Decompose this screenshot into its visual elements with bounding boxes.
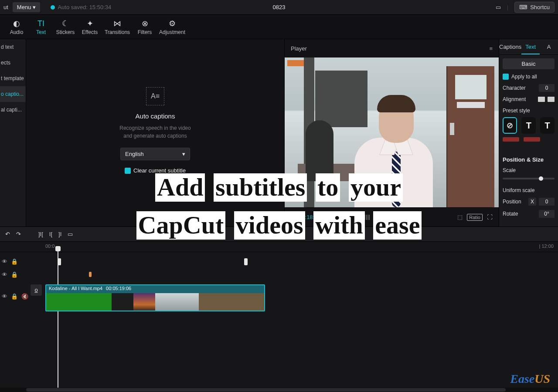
headline-word: with <box>313 211 365 240</box>
menu-button[interactable]: Menu ▾ <box>13 2 41 12</box>
undo-button[interactable]: ↶ <box>5 231 10 237</box>
position-size-header: Position & Size <box>503 156 555 163</box>
tab-filters-label: Filters <box>133 29 157 35</box>
project-title: 0823 <box>273 4 286 10</box>
apply-all-label: Apply to all <box>511 74 537 80</box>
video-clip[interactable]: Kodaline - All I Want.mp4 00:05:19:06 <box>45 284 265 311</box>
chevron-down-icon: ▾ <box>182 151 185 157</box>
watermark: EaseUS <box>510 372 550 386</box>
pos-x-label: X <box>528 198 536 206</box>
apply-all-checkbox[interactable] <box>503 74 509 80</box>
headline-word: videos <box>234 211 305 240</box>
watermark-ease: Ease <box>510 372 534 385</box>
watermark-us: US <box>534 372 550 385</box>
tab-adjustment[interactable]: ⚙Adjustment <box>157 19 187 35</box>
headline-overlay: Add subtitles to your CapCut videos with… <box>44 164 514 249</box>
sidebar-item-auto-captions[interactable]: o captio... <box>0 86 26 102</box>
language-select[interactable]: English ▾ <box>120 148 190 160</box>
panel-desc-line2: and generate auto captions <box>123 133 187 139</box>
tool-tabs: ◐Audio TIText ☾Stickers ✦Effects ⋈Transi… <box>0 15 558 39</box>
shortcut-button[interactable]: ⌨ Shortcu <box>514 2 555 13</box>
alignment-buttons[interactable] <box>538 97 555 102</box>
tab-stickers-label: Stickers <box>53 29 78 35</box>
horizontal-scrollbar[interactable] <box>0 388 558 392</box>
sidebar-item-effects[interactable]: ects <box>0 55 26 71</box>
autosave-status: Auto saved: 15:50:34 <box>51 4 111 10</box>
timeline: ↶ ↷ ]I[ I[ ]I ▭ 00:0 | 12:00 👁🔒 👁🔒 👁 <box>0 226 558 392</box>
tab-transitions-label: Transitions <box>102 29 133 35</box>
clip-marker[interactable] <box>58 258 61 265</box>
clip-thumbnails <box>46 293 264 311</box>
keyboard-icon: ⌨ <box>519 4 527 10</box>
shortcut-label: Shortcu <box>530 4 550 10</box>
pos-x-value[interactable]: 0 <box>539 198 555 206</box>
app-label-truncated: ut <box>3 4 8 10</box>
eye-icon[interactable]: 👁 <box>2 271 7 278</box>
filters-icon: ⊗ <box>133 19 157 28</box>
stickers-icon: ☾ <box>53 19 78 28</box>
preset-none[interactable]: ⊘ <box>503 117 517 134</box>
preset-style-1[interactable]: T <box>521 117 536 134</box>
split-button[interactable]: ]I[ <box>38 231 43 237</box>
inspector-tab-captions[interactable]: Captions <box>499 39 521 54</box>
auto-captions-icon: A≡ <box>146 87 164 105</box>
tab-audio-label: Audio <box>4 29 29 35</box>
clip-duration: 00:05:19:06 <box>106 286 131 293</box>
headline-word: Add <box>155 173 205 202</box>
inspector-tab-text[interactable]: Text <box>521 39 540 54</box>
tab-filters[interactable]: ⊗Filters <box>133 19 157 35</box>
audio-icon: ◐ <box>4 19 29 28</box>
character-value[interactable]: 0 <box>539 84 555 92</box>
tab-effects-label: Effects <box>78 29 102 35</box>
clip-marker[interactable] <box>89 272 92 277</box>
player-title: Player <box>291 45 307 52</box>
text-track-1[interactable]: 👁🔒 <box>0 255 558 268</box>
redo-button[interactable]: ↷ <box>16 231 21 237</box>
layout-icon[interactable]: ▭ <box>496 4 501 10</box>
alignment-label: Alignment <box>503 96 526 102</box>
text-icon: TI <box>29 19 53 28</box>
preset-style-4[interactable] <box>524 137 540 142</box>
panel-description: Recognize speech in the video and genera… <box>119 124 191 140</box>
panel-title: Auto captions <box>136 112 175 120</box>
lock-icon[interactable]: 🔒 <box>11 271 18 278</box>
adjustment-icon: ⚙ <box>157 19 187 28</box>
divider: | <box>507 4 508 10</box>
mute-icon[interactable]: 🔇 <box>21 293 28 300</box>
video-track[interactable]: 👁 🔒 🔇 o Kodaline - All I Want.mp4 00:05:… <box>0 284 558 313</box>
headline-word: your <box>349 173 403 202</box>
sidebar-item-text-template[interactable]: t template <box>0 71 26 86</box>
basic-subtab[interactable]: Basic <box>503 58 555 69</box>
tab-transitions[interactable]: ⋈Transitions <box>102 19 133 35</box>
clip-filename: Kodaline - All I Want.mp4 <box>49 286 102 293</box>
tab-stickers[interactable]: ☾Stickers <box>53 19 78 35</box>
lock-icon[interactable]: 🔒 <box>11 258 18 265</box>
tab-adjustment-label: Adjustment <box>157 29 187 35</box>
ruler-tick-end: | 12:00 <box>539 243 554 249</box>
sidebar-item-local-captions[interactable]: al capti... <box>0 102 26 118</box>
headline-word: subtitles <box>214 173 307 202</box>
headline-word: CapCut <box>136 211 226 240</box>
tracks-area: 👁🔒 👁🔒 👁 🔒 🔇 o Kodaline - All I Want.mp4 <box>0 252 558 316</box>
preset-style-2[interactable]: T <box>540 117 555 134</box>
tab-audio[interactable]: ◐Audio <box>4 19 29 35</box>
top-bar: ut Menu ▾ Auto saved: 15:50:34 0823 ▭ | … <box>0 0 558 15</box>
text-track-2[interactable]: 👁🔒 <box>0 268 558 281</box>
transitions-icon: ⋈ <box>102 19 133 28</box>
preset-style-label: Preset style <box>503 108 555 114</box>
clip-marker[interactable] <box>244 258 248 265</box>
lock-icon[interactable]: 🔒 <box>11 293 18 300</box>
sidebar-item-add-text[interactable]: d text <box>0 39 26 55</box>
eye-icon[interactable]: 👁 <box>2 293 7 300</box>
tab-text[interactable]: TIText <box>29 19 53 35</box>
rotate-value[interactable]: 0° <box>539 210 555 218</box>
preset-style-3[interactable] <box>503 137 519 142</box>
edit-clip-button[interactable]: o <box>31 284 42 296</box>
effects-icon: ✦ <box>78 19 102 28</box>
autosave-text: Auto saved: 15:50:34 <box>58 4 111 10</box>
player-menu-icon[interactable]: ≡ <box>489 45 493 52</box>
autosave-dot-icon <box>51 5 55 10</box>
tab-effects[interactable]: ✦Effects <box>78 19 102 35</box>
inspector-tab-animation[interactable]: A <box>540 39 558 54</box>
eye-icon[interactable]: 👁 <box>2 258 7 265</box>
